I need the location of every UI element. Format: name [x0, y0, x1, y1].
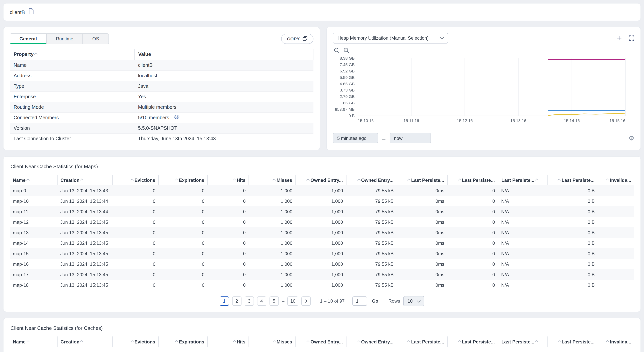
- page-button-last[interactable]: 10: [288, 297, 298, 306]
- col-label: Misses: [276, 177, 292, 183]
- tab-general[interactable]: General: [10, 34, 46, 44]
- zoom-in-button[interactable]: [344, 47, 350, 54]
- tab-runtime[interactable]: Runtime: [46, 34, 83, 44]
- document-icon[interactable]: [28, 8, 34, 16]
- col-evictions[interactable]: Evictions: [112, 175, 158, 185]
- rows-per-page-select[interactable]: 10: [403, 296, 424, 306]
- last-persistence-key-count-cell: 0: [448, 280, 498, 290]
- owned-entry-memory-cell: 79.55 kB: [346, 269, 397, 280]
- name-cell: map-13: [10, 227, 57, 238]
- value-cell: Multiple members: [134, 102, 313, 112]
- last-persistence-key-count-cell: 0: [448, 269, 498, 280]
- sort-caret-icon: [26, 179, 30, 182]
- time-to-input[interactable]: [390, 133, 431, 143]
- svg-text:2.79 GB: 2.79 GB: [340, 94, 355, 99]
- fullscreen-icon: [629, 35, 634, 41]
- name-cell: map-17: [10, 269, 57, 280]
- col-expirations[interactable]: Expirations: [158, 337, 208, 347]
- col-last-persistence-written-bytes[interactable]: Last Persiste...: [547, 337, 598, 347]
- misses-cell: 1,000: [249, 280, 295, 290]
- col-owned-entry-memory[interactable]: Owned Entry...: [346, 175, 397, 185]
- sort-caret-icon: [558, 340, 561, 344]
- property-cell: Enterprise: [10, 91, 134, 102]
- col-last-persistence-written-bytes[interactable]: Last Persiste...: [547, 175, 598, 185]
- col-last-persistence-failure[interactable]: Last Persiste...: [498, 175, 547, 185]
- page-button-4[interactable]: 4: [257, 297, 266, 306]
- col-misses[interactable]: Misses: [249, 337, 295, 347]
- heap-chart-card: Heap Memory Utilization (Manual Selectio…: [326, 27, 641, 150]
- fullscreen-button[interactable]: [629, 35, 634, 41]
- table-row: map-18 Jun 13, 2024, 15:13:45 0 0 0 1,00…: [10, 280, 634, 290]
- creation-cell: Jun 13, 2024, 15:13:45: [57, 269, 112, 280]
- value-cell: Java: [134, 81, 313, 91]
- copy-button[interactable]: COPY: [281, 34, 314, 44]
- col-invalidations[interactable]: Invalida...: [598, 337, 634, 347]
- table-row: map-14 Jun 13, 2024, 15:13:45 0 0 0 1,00…: [10, 238, 634, 248]
- go-button[interactable]: Go: [372, 298, 378, 304]
- last-persistence-failure-cell: N/A: [498, 259, 547, 269]
- table-row: map-16 Jun 13, 2024, 15:13:45 0 0 0 1,00…: [10, 259, 634, 269]
- col-evictions[interactable]: Evictions: [112, 337, 158, 347]
- zoom-out-button[interactable]: [334, 47, 340, 54]
- col-owned-entry-memory[interactable]: Owned Entry...: [346, 337, 397, 347]
- heap-memory-chart[interactable]: 15:10:1615:11:1615:12:1615:13:1615:14:16…: [333, 54, 628, 129]
- time-from-input[interactable]: [333, 133, 378, 143]
- misses-cell: 1,000: [249, 196, 295, 206]
- last-persistence-written-bytes-cell: 0 B: [547, 227, 598, 238]
- sort-caret-icon: [458, 179, 461, 182]
- caches-stats-card: Client Near Cache Statistics (for Caches…: [3, 318, 641, 352]
- last-persistence-duration-cell: 0ms: [397, 280, 448, 290]
- col-label: Name: [13, 339, 26, 345]
- col-owned-entry-count[interactable]: Owned Entry...: [296, 337, 346, 347]
- page-button-1[interactable]: 1: [220, 297, 229, 306]
- creation-cell: Jun 13, 2024, 15:13:44: [57, 206, 112, 217]
- col-last-persistence-duration[interactable]: Last Persiste...: [397, 337, 448, 347]
- sort-caret-icon: [306, 340, 310, 344]
- col-misses[interactable]: Misses: [249, 175, 295, 185]
- col-owned-entry-count[interactable]: Owned Entry...: [296, 175, 346, 185]
- hits-cell: 0: [208, 206, 249, 217]
- col-label: Evictions: [134, 177, 155, 183]
- value-cell: 5/10 members: [134, 112, 313, 123]
- col-hits[interactable]: Hits: [208, 337, 249, 347]
- tab-os[interactable]: OS: [83, 34, 108, 44]
- col-label: Invalida...: [610, 177, 631, 183]
- sort-caret-icon: [34, 53, 38, 56]
- col-last-persistence-key-count[interactable]: Last Persiste...: [448, 337, 498, 347]
- add-chart-button[interactable]: [616, 35, 622, 41]
- last-persistence-failure-cell: N/A: [498, 185, 547, 196]
- col-label: Name: [13, 177, 26, 183]
- property-cell: Type: [10, 81, 134, 91]
- owned-entry-count-cell: 1,000: [296, 206, 346, 217]
- next-page-button[interactable]: [302, 297, 311, 306]
- col-last-persistence-key-count[interactable]: Last Persiste...: [448, 175, 498, 185]
- col-invalidations[interactable]: Invalida...: [598, 175, 634, 185]
- gear-icon[interactable]: ⚙: [629, 135, 634, 141]
- col-last-persistence-failure[interactable]: Last Persiste...: [498, 337, 547, 347]
- col-last-persistence-duration[interactable]: Last Persiste...: [397, 175, 448, 185]
- invalidations-cell: [598, 196, 634, 206]
- col-name[interactable]: Name: [10, 337, 57, 347]
- page-button-2[interactable]: 2: [232, 297, 242, 306]
- col-hits[interactable]: Hits: [208, 175, 249, 185]
- col-expirations[interactable]: Expirations: [158, 175, 208, 185]
- col-label: Property: [14, 52, 34, 57]
- goto-page-input[interactable]: [352, 297, 367, 306]
- col-creation[interactable]: Creation: [57, 175, 112, 185]
- misses-cell: 1,000: [249, 238, 295, 248]
- sort-caret-icon: [175, 179, 178, 182]
- col-property[interactable]: Property: [10, 49, 134, 60]
- eye-icon[interactable]: [174, 115, 180, 120]
- col-creation[interactable]: Creation: [57, 337, 112, 347]
- col-name[interactable]: Name: [10, 175, 57, 185]
- page-button-3[interactable]: 3: [244, 297, 254, 306]
- col-label: Last Persiste...: [462, 339, 495, 345]
- value-cell: 5.5.0-SNAPSHOT: [134, 123, 313, 133]
- table-row: map-0 Jun 13, 2024, 15:13:43 0 0 0 1,000…: [10, 185, 634, 196]
- last-persistence-failure-cell: N/A: [498, 227, 547, 238]
- metric-selector[interactable]: Heap Memory Utilization (Manual Selectio…: [333, 33, 448, 43]
- zoom-in-icon: [344, 47, 350, 54]
- page-button-5[interactable]: 5: [270, 297, 279, 306]
- rows-per-page-value: 10: [408, 298, 413, 304]
- property-cell: Last Connection to Cluster: [10, 133, 134, 144]
